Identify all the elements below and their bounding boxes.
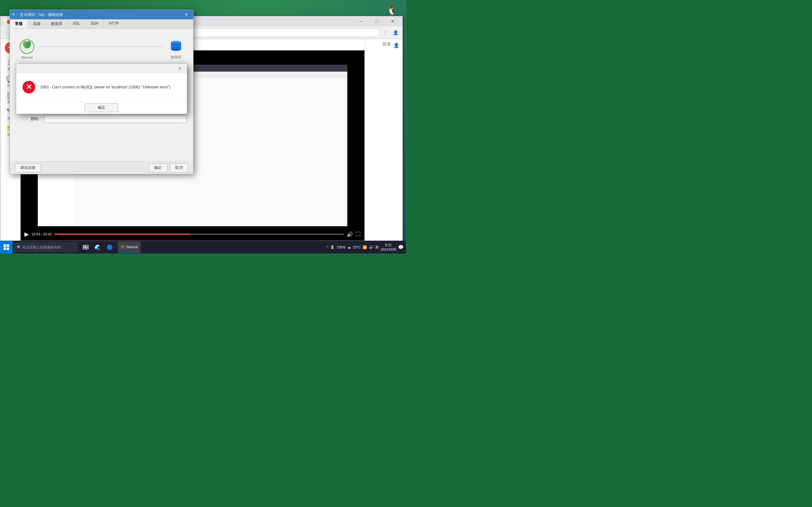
sound-icon: 🔊 xyxy=(369,245,373,249)
svg-rect-11 xyxy=(83,245,85,247)
taskbar-search-icon: 🔍 xyxy=(17,245,21,249)
taskbar-search-placeholder: 在这里输入你搜索的内容 xyxy=(22,245,61,250)
video-controls: ▶ 18:54 / 20:02 🔊 ⛶ xyxy=(20,228,364,240)
svg-rect-8 xyxy=(7,244,9,247)
navicat-label: Navicat xyxy=(21,55,33,59)
navicat-taskbar-icon: 🌿 xyxy=(120,245,125,249)
svg-rect-7 xyxy=(3,244,6,247)
conn-footer: 测试连接 确定 取消 xyxy=(10,161,193,174)
svg-rect-9 xyxy=(3,247,6,250)
taskbar-system-icons: 🌊 🔵 xyxy=(80,241,115,253)
clock-date: 2021/9/30 xyxy=(380,247,396,251)
tray-expand[interactable]: ^ xyxy=(327,245,328,249)
conn-tab-advanced[interactable]: 高级 xyxy=(28,19,46,29)
start-button[interactable] xyxy=(0,241,13,253)
browser-minimize[interactable]: ─ xyxy=(354,16,368,26)
svg-rect-13 xyxy=(83,247,86,249)
conn-dialog-title: 正在测试 - nxy - 编辑连接 xyxy=(20,12,63,17)
right-panel-header-btns: 登录 👤 xyxy=(367,42,400,49)
right-panel: 登录 👤 xyxy=(364,39,403,240)
network-icon: 📶 xyxy=(362,245,367,249)
conn-graphic-line xyxy=(41,46,162,47)
error-win-controls: ✕ xyxy=(175,64,184,73)
clock-time: 9:21 xyxy=(380,243,396,247)
error-content: ✕ 2003 - Can't connect to MySQL server o… xyxy=(16,73,187,101)
navicat-icon xyxy=(19,39,35,54)
progress-fill xyxy=(54,233,190,235)
progress-bar[interactable] xyxy=(54,233,344,235)
temperature-value: 23°C xyxy=(353,245,361,249)
taskbar-clock[interactable]: 9:21 2021/9/30 xyxy=(380,243,396,252)
play-button[interactable]: ▶ xyxy=(24,231,29,238)
conn-dialog-titlebar: N 正在测试 - nxy - 编辑连接 ✕ xyxy=(10,10,193,19)
profile-button[interactable]: 👤 xyxy=(391,28,400,37)
error-footer: 确定 xyxy=(16,101,187,114)
language-indicator[interactable]: 英 xyxy=(375,245,379,250)
browser-close[interactable]: ✕ xyxy=(386,16,400,26)
database-icon xyxy=(168,38,184,54)
navicat-graphic: Navicat xyxy=(19,39,35,59)
conn-password-row: 密码: xyxy=(16,115,187,123)
fullscreen-button[interactable]: ⛶ xyxy=(356,231,361,237)
taskbar-apps: 🌿 Navicat xyxy=(118,241,324,253)
db-graphic: 数据库 xyxy=(168,38,184,60)
conn-close-button[interactable]: ✕ xyxy=(182,10,191,19)
conn-password-label: 密码: xyxy=(16,116,42,122)
conn-ok-button[interactable]: 确定 xyxy=(149,164,167,172)
extensions-button[interactable]: ⋮ xyxy=(381,28,390,37)
notification-button[interactable]: 💬 xyxy=(398,245,403,250)
svg-rect-12 xyxy=(86,245,88,247)
error-message: 2003 - Can't connect to MySQL server on … xyxy=(40,84,170,90)
browser-maximize[interactable]: □ xyxy=(369,16,384,26)
taskbar-tray: ^ 🔋 100% ☁ 23°C 📶 🔊 英 9:21 2021/9/30 💬 xyxy=(324,243,406,252)
conn-cancel-button[interactable]: 取消 xyxy=(170,164,188,172)
svg-rect-10 xyxy=(7,247,9,250)
error-titlebar: ✕ xyxy=(16,64,187,73)
taskbar: 🔍 在这里输入你搜索的内容 🌊 🔵 🌿 Navic xyxy=(0,241,406,253)
conn-tab-http[interactable]: HTTP xyxy=(104,19,124,29)
conn-tab-ssl[interactable]: SSL xyxy=(68,19,86,29)
conn-top-graphic: Navicat 数据库 xyxy=(16,35,187,63)
conn-tabs: 常规 高级 数据库 SSL SSH HTTP xyxy=(10,19,193,29)
browser-window-controls: ─ □ ✕ xyxy=(354,16,400,26)
battery-value: 100% xyxy=(337,245,345,249)
conn-footer-right: 确定 取消 xyxy=(149,164,188,172)
conn-tab-general[interactable]: 常规 xyxy=(10,19,28,29)
conn-tab-database[interactable]: 数据库 xyxy=(46,19,68,29)
taskbar-app-navicat[interactable]: 🌿 Navicat xyxy=(118,241,141,253)
test-connection-button[interactable]: 测试连接 xyxy=(15,164,41,172)
battery-icon: 🔋 xyxy=(330,245,335,249)
edge-icon: 🌊 xyxy=(95,244,101,250)
taskview-button[interactable] xyxy=(80,241,91,253)
conn-password-input[interactable] xyxy=(44,115,187,123)
edge-taskbar[interactable]: 🌊 xyxy=(92,241,103,253)
error-ok-button[interactable]: 确定 xyxy=(85,103,118,112)
volume-button[interactable]: 🔊 xyxy=(347,231,353,237)
desktop: 🐧 腾讯QQ 🖥️ Windows-(C)-快捷... 🎮 Left 4 Dea… xyxy=(0,0,406,253)
cortana-taskbar[interactable]: 🔵 xyxy=(104,241,115,253)
time-display: 18:54 / 20:02 xyxy=(32,232,52,236)
weather-icon: ☁ xyxy=(347,245,351,249)
right-panel-avatar[interactable]: 👤 xyxy=(392,42,400,49)
svg-point-6 xyxy=(171,43,181,47)
taskbar-search[interactable]: 🔍 在这里输入你搜索的内容 xyxy=(14,242,78,252)
error-close-button[interactable]: ✕ xyxy=(175,64,184,73)
conn-dialog-icon: N xyxy=(12,12,17,17)
svg-point-5 xyxy=(171,47,181,51)
db-label: 数据库 xyxy=(171,55,182,60)
error-dialog: ✕ ✕ 2003 - Can't connect to MySQL server… xyxy=(16,63,187,114)
cortana-icon: 🔵 xyxy=(107,244,113,250)
svg-rect-14 xyxy=(86,247,88,249)
error-icon: ✕ xyxy=(22,81,35,94)
conn-tab-ssh[interactable]: SSH xyxy=(86,19,104,29)
navicat-taskbar-label: Navicat xyxy=(126,245,138,249)
qq-icon: 🐧 xyxy=(386,4,397,16)
right-panel-login[interactable]: 登录 xyxy=(382,42,391,49)
conn-win-controls: ✕ xyxy=(182,10,191,19)
